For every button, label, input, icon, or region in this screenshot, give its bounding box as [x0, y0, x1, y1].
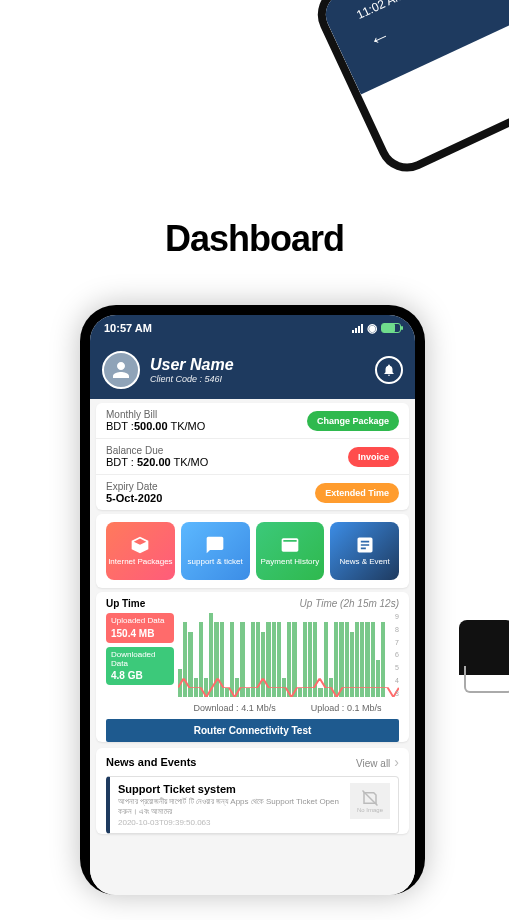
- payment-history-tile[interactable]: Payment History: [256, 522, 325, 580]
- router-test-button[interactable]: Router Connectivity Test: [106, 719, 399, 742]
- status-time: 10:57 AM: [104, 322, 152, 334]
- tile-label: support & ticket: [188, 558, 243, 567]
- signal-icon: [352, 324, 363, 333]
- news-item-desc: আপনার প্রয়োজনীয় সাপোর্ট টি নেওয়ার জন্…: [118, 797, 344, 816]
- card-icon: [280, 535, 300, 555]
- expiry-label: Expiry Date: [106, 481, 313, 492]
- chevron-right-icon: ›: [394, 754, 399, 770]
- secondary-phone: 11:02 AM ←: [308, 0, 509, 181]
- no-image-icon: [361, 789, 379, 807]
- download-speed: Download : 4.1 Mb/s: [194, 703, 276, 713]
- status-bar: 10:57 AM ◉: [90, 315, 415, 341]
- upload-speed: Upload : 0.1 Mb/s: [311, 703, 382, 713]
- avatar[interactable]: [102, 351, 140, 389]
- balance-due-value: BDT : 520.00 TK/MO: [106, 456, 346, 468]
- notification-button[interactable]: [375, 356, 403, 384]
- tile-label: Internet Packages: [108, 558, 172, 567]
- bell-icon: [382, 363, 396, 377]
- main-phone-frame: 10:57 AM ◉ User Name Client Code : 546I: [80, 305, 425, 895]
- uptime-card: Up Time Up Time (2h 15m 12s) Uploaded Da…: [96, 592, 409, 742]
- uptime-value: Up Time (2h 15m 12s): [300, 598, 399, 609]
- binder-clip-decoration: [459, 620, 509, 710]
- monthly-bill-label: Monthly Bill: [106, 409, 305, 420]
- client-code: Client Code : 546I: [150, 374, 365, 384]
- news-icon: [355, 535, 375, 555]
- news-card: News and Events View all› Support Ticket…: [96, 748, 409, 834]
- battery-icon: [381, 323, 401, 333]
- invoice-button[interactable]: Invoice: [348, 447, 399, 467]
- expiry-value: 5-Oct-2020: [106, 492, 313, 504]
- tile-label: Payment History: [261, 558, 320, 567]
- news-item[interactable]: Support Ticket system আপনার প্রয়োজনীয় …: [106, 776, 399, 834]
- uploaded-data-box: Uploaded Data 150.4 MB: [106, 613, 174, 643]
- chat-icon: [205, 535, 225, 555]
- tiles-card: Internet Packages support & ticket Payme…: [96, 514, 409, 588]
- packages-icon: [130, 535, 150, 555]
- balance-due-label: Balance Due: [106, 445, 346, 456]
- internet-packages-tile[interactable]: Internet Packages: [106, 522, 175, 580]
- monthly-bill-value: BDT :500.00 TK/MO: [106, 420, 305, 432]
- news-item-image-placeholder: No Image: [350, 783, 390, 819]
- news-section-title: News and Events: [106, 756, 196, 768]
- app-header: User Name Client Code : 546I: [90, 341, 415, 399]
- change-package-button[interactable]: Change Package: [307, 411, 399, 431]
- username: User Name: [150, 356, 365, 374]
- content: Monthly Bill BDT :500.00 TK/MO Change Pa…: [90, 399, 415, 895]
- extended-time-button[interactable]: Extended Time: [315, 483, 399, 503]
- wifi-icon: ◉: [367, 321, 377, 335]
- page-title: Dashboard: [0, 218, 509, 260]
- news-item-title: Support Ticket system: [118, 783, 344, 795]
- billing-card: Monthly Bill BDT :500.00 TK/MO Change Pa…: [96, 403, 409, 510]
- downloaded-data-box: Downloaded Data 4.8 GB: [106, 647, 174, 686]
- news-item-date: 2020-10-03T09:39:50.063: [118, 818, 344, 827]
- screen: 10:57 AM ◉ User Name Client Code : 546I: [90, 315, 415, 895]
- news-event-tile[interactable]: News & Event: [330, 522, 399, 580]
- uptime-chart: 9876543: [178, 613, 399, 697]
- view-all-button[interactable]: View all›: [356, 754, 399, 770]
- uptime-title: Up Time: [106, 598, 145, 609]
- support-ticket-tile[interactable]: support & ticket: [181, 522, 250, 580]
- tile-label: News & Event: [340, 558, 390, 567]
